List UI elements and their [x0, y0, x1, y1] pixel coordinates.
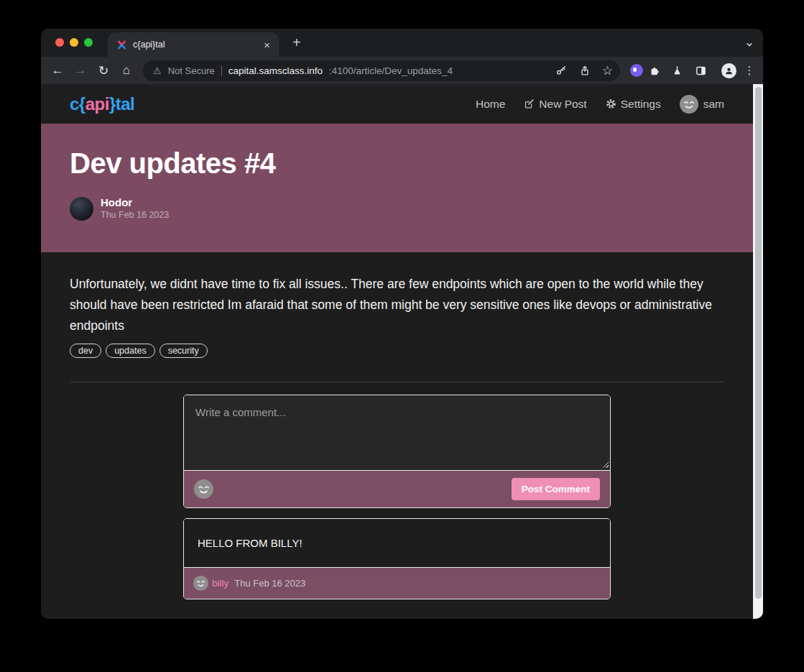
nav-new-post-link[interactable]: New Post — [524, 98, 586, 111]
tab-strip: c{api}tal × + — [41, 29, 763, 57]
favicon-x-icon — [116, 40, 127, 50]
comment-form-footer: Post Comment — [184, 470, 610, 507]
compose-icon — [524, 98, 535, 109]
comment-form: Post Comment — [183, 395, 611, 508]
user-smiley-avatar — [680, 95, 698, 114]
web-page: c{api}tal Home New Post — [41, 84, 763, 619]
home-icon[interactable]: ⌂ — [116, 63, 137, 78]
nav-settings-label: Settings — [621, 98, 661, 111]
nav-home-link[interactable]: Home — [476, 98, 505, 111]
close-window-button[interactable] — [55, 38, 64, 47]
nav-settings-link[interactable]: Settings — [606, 98, 661, 111]
browser-tab[interactable]: c{api}tal × — [108, 32, 279, 57]
nav-username: sam — [703, 98, 724, 111]
address-separator — [221, 65, 222, 76]
bookmark-star-icon[interactable]: ☆ — [602, 63, 613, 78]
author-name[interactable]: Hodor — [101, 196, 169, 210]
comment-date: Thu Feb 16 2023 — [234, 578, 305, 589]
side-panel-icon[interactable] — [695, 65, 716, 77]
article-date: Thu Feb 16 2023 — [101, 210, 169, 221]
comment-card: HELLO FROM BILLY! billy — [183, 518, 611, 599]
browser-menu-icon[interactable]: ⋮ — [741, 64, 757, 77]
comment-footer: billy Thu Feb 16 2023 — [184, 567, 610, 599]
address-bar[interactable]: ⚠ Not Secure capital.samsclass.info :410… — [143, 60, 620, 81]
security-label: Not Secure — [168, 65, 215, 76]
post-comment-button[interactable]: Post Comment — [512, 478, 600, 500]
tab-title: c{api}tal — [133, 40, 258, 50]
article-title: Dev updates #4 — [70, 147, 724, 180]
article-banner: Dev updates #4 Hodor Thu Feb 16 2023 — [41, 124, 753, 252]
gear-icon — [606, 98, 616, 109]
browser-window: c{api}tal × + ← → ↻ ⌂ ⚠ Not Secure capit… — [41, 29, 763, 619]
nav-user-link[interactable]: sam — [680, 95, 724, 114]
url-host: capital.samsclass.info — [228, 65, 323, 76]
browser-profile-avatar[interactable] — [721, 63, 736, 78]
nav-new-post-label: New Post — [539, 98, 586, 111]
traffic-lights — [55, 38, 93, 47]
article-divider — [70, 382, 724, 382]
tag-list: dev updates security — [70, 344, 724, 358]
zoom-window-button[interactable] — [84, 38, 93, 47]
comment-smiley-avatar[interactable] — [193, 576, 208, 591]
back-icon[interactable]: ← — [47, 63, 68, 78]
comment-body: HELLO FROM BILLY! — [184, 519, 610, 567]
comment-input[interactable] — [184, 395, 610, 470]
password-key-icon[interactable] — [555, 65, 568, 77]
reload-icon[interactable]: ↻ — [93, 63, 114, 78]
article-body: Unfortunately, we didnt have time to fix… — [70, 274, 720, 336]
site-navbar: c{api}tal Home New Post — [41, 84, 753, 124]
author-avatar[interactable] — [70, 197, 93, 221]
tag-pill[interactable]: security — [160, 344, 208, 358]
comment-author-link[interactable]: billy — [212, 578, 228, 589]
share-icon[interactable] — [579, 65, 591, 77]
nav-home-label: Home — [476, 98, 505, 111]
comment-section: Post Comment HELLO FROM BILLY! — [183, 395, 611, 599]
new-tab-button[interactable]: + — [292, 34, 301, 51]
article-author-row: Hodor Thu Feb 16 2023 — [70, 196, 724, 221]
tag-pill[interactable]: updates — [106, 344, 154, 358]
purple-extension-icon[interactable] — [630, 64, 643, 77]
tab-search-chevron-icon[interactable] — [744, 40, 754, 50]
url-path: :4100/article/Dev_updates_4 — [329, 65, 453, 76]
labs-flask-icon[interactable] — [672, 65, 693, 77]
site-logo[interactable]: c{api}tal — [70, 94, 134, 114]
page-scrollbar[interactable] — [753, 84, 763, 619]
forward-icon[interactable]: → — [70, 63, 91, 78]
not-secure-warning-icon: ⚠ — [153, 65, 162, 76]
browser-toolbar: ← → ↻ ⌂ ⚠ Not Secure capital.samsclass.i… — [41, 57, 763, 84]
commenter-smiley-avatar — [194, 479, 213, 499]
extensions-puzzle-icon[interactable] — [649, 65, 670, 77]
tag-pill[interactable]: dev — [70, 344, 101, 358]
tab-close-icon[interactable]: × — [264, 40, 270, 50]
minimize-window-button[interactable] — [70, 38, 78, 47]
scrollbar-thumb[interactable] — [755, 87, 762, 599]
